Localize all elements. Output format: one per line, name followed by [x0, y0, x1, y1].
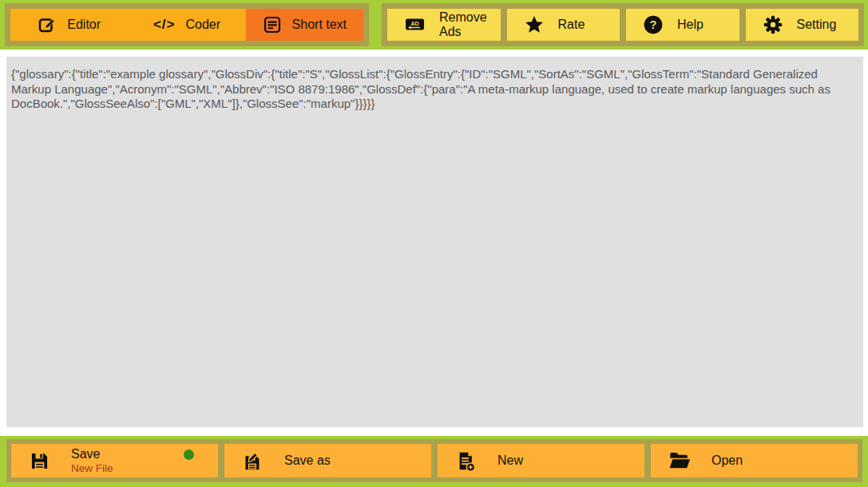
- new-label: New: [497, 453, 523, 468]
- remove-ads-icon: AD: [404, 15, 426, 34]
- svg-text:AD: AD: [410, 21, 418, 26]
- help-icon: ?: [643, 14, 664, 35]
- new-button[interactable]: New: [438, 444, 644, 477]
- save-label: Save: [71, 446, 113, 461]
- open-label: Open: [711, 453, 743, 468]
- tab-label: Short text: [292, 18, 347, 32]
- text-editor-area[interactable]: {"glossary":{"title":"example glossary",…: [6, 57, 863, 427]
- action-label: Setting: [797, 18, 837, 32]
- code-icon: </>: [153, 17, 176, 33]
- setting-button[interactable]: Setting: [746, 9, 859, 41]
- save-button[interactable]: Save New File: [11, 444, 218, 477]
- remove-ads-button[interactable]: AD Remove Ads: [387, 9, 501, 41]
- save-labels: Save New File: [71, 446, 113, 474]
- file-name-label: New File: [71, 462, 113, 475]
- unsaved-status-dot: [184, 449, 194, 460]
- svg-text:?: ?: [650, 18, 657, 31]
- short-text-icon: [263, 15, 282, 34]
- star-icon: [524, 14, 545, 35]
- action-label: Remove Ads: [439, 10, 489, 39]
- mode-tab-bar: Editor </> Coder Short text: [5, 3, 369, 46]
- mode-tabs: Editor </> Coder Short text: [10, 9, 363, 41]
- new-file-icon: [455, 450, 477, 472]
- file-action-bar: Save New File Save as: [6, 439, 862, 482]
- help-button[interactable]: ? Help: [626, 9, 739, 41]
- save-as-button[interactable]: Save as: [224, 444, 431, 477]
- open-button[interactable]: Open: [651, 444, 858, 477]
- save-icon: [29, 450, 50, 472]
- action-bar: AD Remove Ads Rate ? Help: [382, 3, 864, 46]
- tab-coder[interactable]: </> Coder: [128, 9, 245, 41]
- tab-label: Editor: [67, 18, 101, 32]
- content-panel: {"glossary":{"title":"example glossary",…: [0, 49, 868, 436]
- edit-icon: [38, 15, 57, 34]
- tab-editor[interactable]: Editor: [10, 9, 128, 41]
- gear-icon: [763, 14, 783, 35]
- tab-short-text[interactable]: Short text: [246, 9, 363, 41]
- open-folder-icon: [668, 450, 691, 471]
- action-label: Rate: [558, 18, 585, 32]
- save-as-icon: [242, 450, 264, 472]
- rate-button[interactable]: Rate: [507, 9, 620, 41]
- action-label: Help: [677, 18, 704, 32]
- tab-label: Coder: [186, 18, 221, 32]
- save-as-label: Save as: [284, 453, 331, 468]
